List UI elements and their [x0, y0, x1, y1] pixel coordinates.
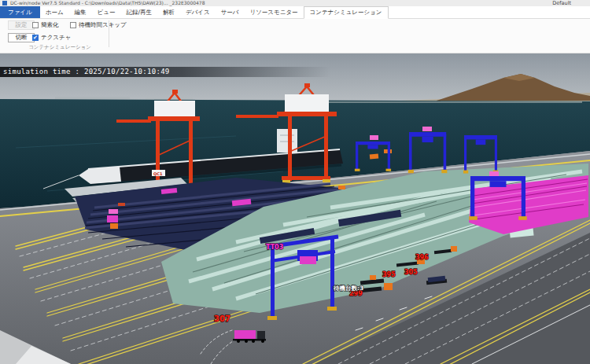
application-window: DC-win/node Ver7.5 Standard - C:\Downloa… [0, 0, 590, 364]
svg-text:305: 305 [404, 269, 418, 276]
checkbox-simplify-label: 簡素化 [41, 21, 59, 29]
app-icon [2, 1, 7, 6]
checkbox-skip-wait-time-label: 待機時間スキップ [79, 21, 127, 29]
simulation-time-bar: simulation time : 2025/10/22-10:10:49 [0, 67, 330, 77]
checkbox-texture[interactable]: テクスチャ [32, 34, 71, 42]
waiting-count-label: 待機台数:3 [333, 285, 363, 292]
tab-analysis[interactable]: 解析 [157, 6, 180, 18]
checkbox-box-1[interactable] [70, 22, 76, 28]
3d-viewport[interactable]: QC1 [0, 53, 590, 364]
checkbox-box-0[interactable] [32, 22, 39, 28]
simulation-time-text: simulation time : 2025/10/22-10:10:49 [3, 68, 170, 75]
svg-text:395: 395 [382, 271, 396, 278]
tab-edit[interactable]: 編集 [69, 6, 92, 18]
checkbox-skip-wait-time[interactable]: 待機時間スキップ [70, 21, 127, 29]
checkbox-texture-label: テクスチャ [41, 34, 71, 42]
disconnect-button[interactable]: 切断 [8, 33, 35, 42]
quay-crane-label: QC1 [153, 171, 163, 176]
transfer-crane-label: TT03 [266, 244, 283, 251]
ribbon-group-label: コンテナシミュレーション [22, 44, 98, 51]
profile-selector[interactable]: Default [552, 0, 571, 6]
ribbon-body: 設定 切断 簡素化 待機時間スキップ テクスチャ コンテナシミュレーション [0, 19, 590, 53]
tab-view[interactable]: ビュー [92, 6, 121, 18]
tab-file[interactable]: ファイル [0, 6, 40, 18]
ribbon-group-separator [109, 20, 109, 47]
ship-superstructure [277, 129, 297, 153]
settings-button[interactable]: 設定 [8, 20, 35, 30]
tab-resource-monitor[interactable]: リソースモニター [245, 6, 304, 18]
checkbox-simplify[interactable]: 簡素化 [32, 21, 59, 29]
window-title: DC-win/node Ver7.5 Standard - C:\Downloa… [10, 0, 205, 6]
tab-server[interactable]: サーバ [216, 6, 245, 18]
checkbox-box-2[interactable] [32, 35, 39, 41]
terminal-3d-scene: QC1 [0, 53, 590, 364]
tab-home[interactable]: ホーム [40, 6, 69, 18]
svg-text:396: 396 [415, 254, 429, 261]
tab-container-simulation[interactable]: コンテナシミュレーション [304, 6, 389, 19]
ribbon-tab-bar: ファイル ホーム 編集 ビュー 記録/再生 解析 デバイス サーバ リソースモニ… [0, 6, 590, 19]
tab-record-play[interactable]: 記録/再生 [120, 6, 157, 18]
svg-text:307: 307 [214, 314, 230, 323]
title-bar: DC-win/node Ver7.5 Standard - C:\Downloa… [0, 0, 590, 6]
tab-device[interactable]: デバイス [180, 6, 216, 18]
